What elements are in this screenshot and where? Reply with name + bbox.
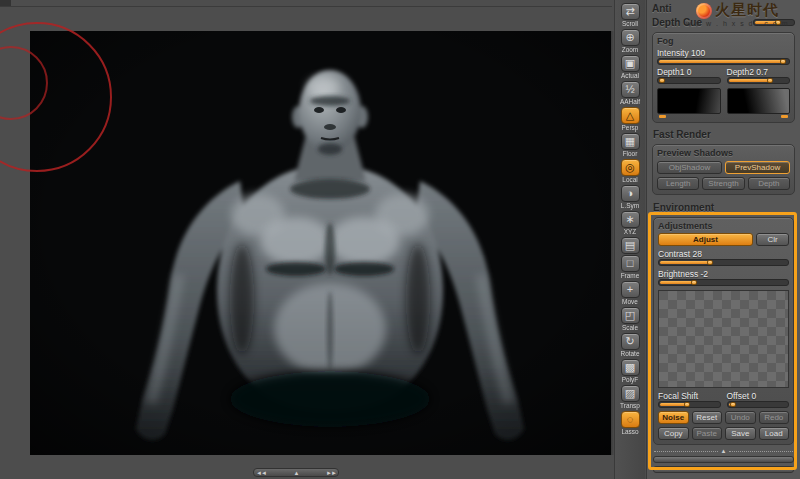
- noise-button[interactable]: Noise: [658, 411, 689, 424]
- paste-button[interactable]: Paste: [692, 427, 723, 440]
- tool-floor[interactable]: ▦ Floor: [616, 133, 644, 158]
- symmetry-icon: ◑: [621, 185, 640, 202]
- slider-handle[interactable]: [707, 260, 713, 265]
- load-button[interactable]: Load: [759, 427, 790, 440]
- tool-label: Local: [617, 176, 643, 183]
- fast-render-header[interactable]: Fast Render: [653, 129, 795, 140]
- tool-zoom[interactable]: ⊕ Zoom: [616, 29, 644, 54]
- floor-grid-icon: ▦: [621, 133, 640, 150]
- tool-scale[interactable]: ◰ Scale: [616, 307, 644, 332]
- tool-label: Actual: [617, 72, 643, 79]
- subpalette-collapse[interactable]: ▲: [654, 448, 793, 454]
- tool-label: Move: [617, 298, 643, 305]
- scroll-up-icon[interactable]: ▲: [294, 469, 299, 477]
- canvas-hscrollbar[interactable]: ◄◄ ▲ ►►: [253, 468, 339, 477]
- tool-unknown[interactable]: ▤: [616, 237, 644, 254]
- depth-cue-slider[interactable]: [753, 19, 795, 26]
- slider-fill: [729, 79, 771, 82]
- tool-local[interactable]: ◎ Local: [616, 159, 644, 184]
- scroll-right-icon[interactable]: ►►: [326, 469, 336, 477]
- preview-shadows-title: Preview Shadows: [657, 148, 790, 158]
- focal-shift-slider[interactable]: [658, 401, 721, 408]
- fog-curve-preview-1[interactable]: [657, 88, 721, 114]
- slider-handle[interactable]: [767, 78, 773, 83]
- render-palette: Anti Depth Cue Fog Intensity 100 Depth1 …: [646, 0, 800, 479]
- offset-label: Offset 0: [727, 391, 790, 401]
- preview-shadows-group: Preview Shadows ObjShadow PrevShadow Len…: [652, 144, 795, 195]
- tool-lsym[interactable]: ◑ L.Sym: [616, 185, 644, 210]
- tool-label: Scroll: [617, 20, 643, 27]
- tool-xyz[interactable]: ∗ XYZ: [616, 211, 644, 236]
- reset-button[interactable]: Reset: [692, 411, 723, 424]
- tool-actual[interactable]: ▣ Actual: [616, 55, 644, 80]
- adjust-button[interactable]: Adjust: [658, 233, 753, 246]
- scroll-left-icon[interactable]: ◄◄: [256, 469, 266, 477]
- dotted-line: [654, 451, 718, 452]
- slider-handle[interactable]: [659, 78, 665, 83]
- canvas-viewport[interactable]: [30, 31, 611, 455]
- slider-handle[interactable]: [691, 280, 697, 285]
- contrast-slider[interactable]: [658, 259, 789, 266]
- fog-depth1-label: Depth1 0: [657, 67, 721, 77]
- redo-button[interactable]: Redo: [759, 411, 790, 424]
- slider-handle[interactable]: [684, 402, 690, 407]
- right-tool-shelf: ⇄ Scroll ⊕ Zoom ▣ Actual ½ AAHalf △ Pers…: [614, 0, 645, 479]
- pan-icon: ⇄: [621, 3, 640, 20]
- transparency-icon: ▨: [621, 385, 640, 402]
- prevshadow-button[interactable]: PrevShadow: [725, 161, 790, 174]
- save-button[interactable]: Save: [725, 427, 756, 440]
- tool-transp[interactable]: ▨ Transp: [616, 385, 644, 410]
- fog-group: Fog Intensity 100 Depth1 0 Depth2 0.7: [652, 32, 795, 123]
- focal-shift-label: Focal Shift: [658, 391, 721, 401]
- perspective-icon: △: [621, 107, 640, 124]
- sculpt-figure: [30, 31, 611, 455]
- local-pivot-icon: ◎: [621, 159, 640, 176]
- objshadow-button[interactable]: ObjShadow: [657, 161, 722, 174]
- shadow-length-button[interactable]: Length: [657, 177, 699, 190]
- shadow-strength-button[interactable]: Strength: [702, 177, 744, 190]
- slider-handle[interactable]: [730, 402, 736, 407]
- slider-fill: [659, 60, 782, 63]
- tool-rotate[interactable]: ↻ Rotate: [616, 333, 644, 358]
- tool-label: L.Sym: [617, 202, 643, 209]
- fog-intensity-slider[interactable]: [657, 58, 790, 65]
- tool-label: PolyF: [617, 376, 643, 383]
- tool-lasso[interactable]: ◌ Lasso: [616, 411, 644, 436]
- rotate-icon: ↻: [621, 333, 640, 350]
- slider-fill: [660, 261, 712, 264]
- texture-preview-area[interactable]: [658, 290, 789, 388]
- slider-handle[interactable]: [780, 59, 786, 64]
- shadow-depth-button[interactable]: Depth: [748, 177, 790, 190]
- clr-button[interactable]: Clr: [756, 233, 789, 246]
- fog-curve-preview-2[interactable]: [727, 88, 791, 114]
- fog-title: Fog: [657, 36, 790, 46]
- lasso-icon: ◌: [621, 411, 640, 428]
- unknown-tool-icon: ▤: [621, 237, 640, 254]
- tool-label: Frame: [617, 272, 643, 279]
- copy-button[interactable]: Copy: [658, 427, 689, 440]
- tool-label: XYZ: [617, 228, 643, 235]
- brightness-slider[interactable]: [658, 279, 789, 286]
- top-divider-line: [0, 6, 612, 7]
- panel-scroll-bar-2[interactable]: [653, 466, 794, 473]
- tool-persp[interactable]: △ Persp: [616, 107, 644, 132]
- fog-depth1-slider[interactable]: [657, 77, 721, 84]
- actual-size-icon: ▣: [621, 55, 640, 72]
- tool-scroll[interactable]: ⇄ Scroll: [616, 3, 644, 28]
- slider-handle[interactable]: [775, 20, 781, 25]
- tool-frame[interactable]: □ Frame: [616, 255, 644, 280]
- zbrush-window: { "watermark": { "brand": "火星时代", "site"…: [0, 0, 800, 479]
- tool-label: Zoom: [617, 46, 643, 53]
- undo-button[interactable]: Undo: [725, 411, 756, 424]
- xyz-axis-icon: ∗: [621, 211, 640, 228]
- fog-intensity-label: Intensity 100: [657, 48, 790, 58]
- environment-header[interactable]: Environment: [653, 202, 795, 213]
- antialias-label: Anti: [652, 3, 671, 14]
- panel-scroll-bar-1[interactable]: [653, 456, 794, 463]
- tool-label: Rotate: [617, 350, 643, 357]
- tool-polyf[interactable]: ▩ PolyF: [616, 359, 644, 384]
- tool-aahalf[interactable]: ½ AAHalf: [616, 81, 644, 106]
- tool-move[interactable]: + Move: [616, 281, 644, 306]
- offset-slider[interactable]: [727, 401, 790, 408]
- fog-depth2-slider[interactable]: [727, 77, 791, 84]
